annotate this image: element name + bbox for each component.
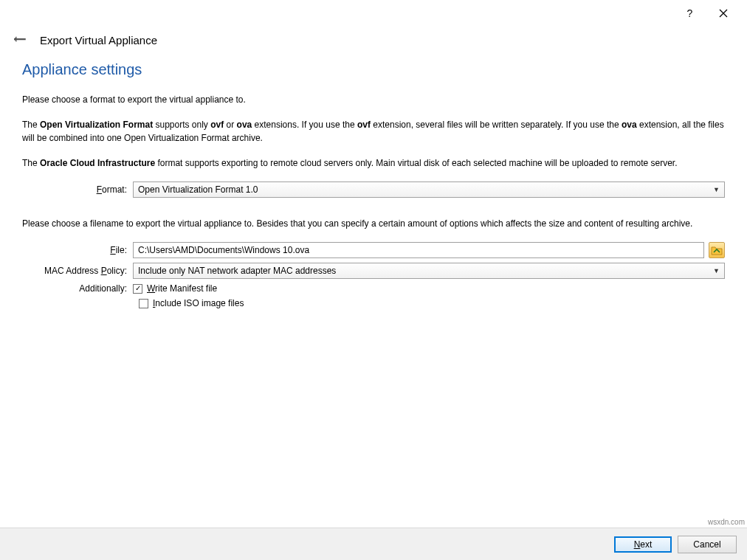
- window-title: Export Virtual Appliance: [40, 34, 157, 46]
- format-label: Format:: [22, 184, 133, 195]
- write-manifest-checkbox[interactable]: ✓: [133, 284, 142, 294]
- intro-text: Please choose a format to export the vir…: [22, 93, 725, 106]
- write-manifest-label[interactable]: Write Manifest file: [147, 283, 217, 294]
- page-heading: Appliance settings: [22, 61, 725, 78]
- next-button[interactable]: Next: [614, 536, 672, 553]
- close-button[interactable]: [706, 2, 740, 24]
- ovf-description: The Open Virtualization Format supports …: [22, 118, 725, 145]
- file-value: C:\Users\AMD\Documents\Windows 10.ova: [138, 245, 309, 255]
- back-arrow-icon[interactable]: 🠔: [13, 32, 27, 48]
- file-input[interactable]: C:\Users\AMD\Documents\Windows 10.ova: [133, 242, 704, 258]
- chevron-down-icon: ▼: [713, 186, 720, 193]
- browse-file-button[interactable]: [709, 242, 725, 258]
- include-iso-checkbox[interactable]: [139, 299, 148, 308]
- cancel-button[interactable]: Cancel: [678, 536, 737, 553]
- format-select[interactable]: Open Virtualization Format 1.0 ▼: [133, 182, 725, 198]
- watermark: wsxdn.com: [708, 518, 745, 526]
- mac-policy-select[interactable]: Include only NAT network adapter MAC add…: [133, 263, 725, 279]
- mac-policy-value: Include only NAT network adapter MAC add…: [138, 266, 336, 276]
- help-button[interactable]: ?: [673, 2, 706, 24]
- include-iso-label[interactable]: Include ISO image files: [153, 298, 244, 308]
- file-label: File:: [22, 245, 133, 255]
- oci-description: The Oracle Cloud Infrastructure format s…: [22, 156, 725, 170]
- chevron-down-icon: ▼: [713, 267, 720, 274]
- file-hint-text: Please choose a filename to export the v…: [22, 217, 725, 230]
- mac-policy-label: MAC Address Policy:: [22, 266, 133, 276]
- additionally-label: Additionally:: [22, 283, 133, 294]
- format-value: Open Virtualization Format 1.0: [138, 184, 258, 195]
